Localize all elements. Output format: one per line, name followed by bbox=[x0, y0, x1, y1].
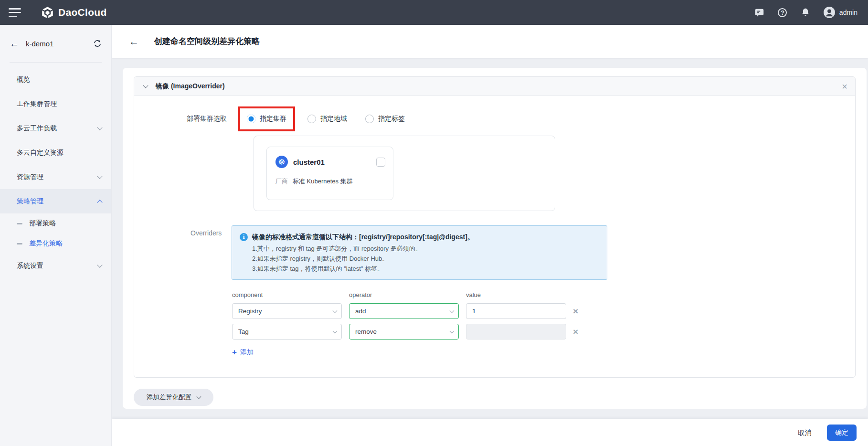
overriders-label: Overriders bbox=[191, 225, 220, 280]
vendor-label: 厂商 bbox=[275, 177, 288, 186]
username-label: admin bbox=[839, 9, 857, 16]
info-line: 2.如果未指定 registry，则默认使用 Docker Hub。 bbox=[252, 254, 598, 264]
info-line: 1.其中，registry 和 tag 是可选部分，而 repository 是… bbox=[252, 244, 598, 254]
sidebar-item-system-settings[interactable]: 系统设置 bbox=[0, 254, 111, 278]
value-input-disabled bbox=[466, 324, 566, 340]
cluster-context-name[interactable]: k-demo1 bbox=[26, 40, 53, 48]
form-panel: 镜像 (ImageOverrider) × 部署集群选取 指定集群 bbox=[123, 68, 867, 409]
sidebar-item-resource-mgmt[interactable]: 资源管理 bbox=[0, 165, 111, 189]
user-menu[interactable]: admin bbox=[823, 6, 857, 19]
cancel-button[interactable]: 取消 bbox=[795, 425, 815, 441]
chevron-down-icon bbox=[333, 329, 338, 333]
sidebar: ← k-demo1 概览 工作集群管理 多云工作负载 多云自定义资源 资源管理 … bbox=[0, 25, 112, 446]
switch-cluster-icon[interactable] bbox=[93, 39, 102, 48]
radio-unselected-icon[interactable] bbox=[365, 115, 374, 123]
table-row: Registry add × bbox=[232, 303, 855, 319]
value-input[interactable] bbox=[466, 303, 566, 319]
table-row: Tag remove × bbox=[232, 324, 855, 340]
chevron-down-icon bbox=[97, 173, 102, 179]
radio-specify-cluster[interactable]: 指定集群 bbox=[247, 115, 286, 123]
cluster-picker-box: ☸ cluster01 厂商 标准 Kubernetes 集群 bbox=[254, 136, 555, 211]
section-header: 镜像 (ImageOverrider) × bbox=[134, 77, 855, 96]
operator-select[interactable]: remove bbox=[349, 324, 459, 340]
chevron-down-icon bbox=[450, 308, 455, 313]
sidebar-item-policy-mgmt[interactable]: 策略管理 bbox=[0, 189, 111, 213]
sidebar-item-deploy-policy[interactable]: 部署策略 bbox=[0, 213, 111, 234]
section-close-icon[interactable]: × bbox=[842, 82, 847, 91]
notification-bell-icon[interactable] bbox=[800, 7, 811, 18]
section-title: 镜像 (ImageOverrider) bbox=[156, 82, 225, 91]
delete-row-icon[interactable]: × bbox=[573, 327, 578, 337]
hamburger-menu-icon[interactable] bbox=[9, 8, 21, 17]
help-icon[interactable]: ? bbox=[777, 7, 788, 18]
chevron-down-icon bbox=[450, 329, 455, 333]
column-header-value: value bbox=[466, 291, 566, 298]
radio-specify-region[interactable]: 指定地域 bbox=[307, 115, 347, 123]
chevron-down-icon bbox=[197, 394, 201, 399]
radio-unselected-icon[interactable] bbox=[307, 115, 316, 123]
image-format-info-box: i 镜像的标准格式通常遵循以下结构：[registry/]repository[… bbox=[232, 225, 607, 280]
info-icon: i bbox=[240, 233, 248, 241]
chevron-up-icon bbox=[97, 200, 102, 205]
message-icon[interactable] bbox=[754, 7, 765, 18]
column-header-component: component bbox=[232, 291, 342, 298]
info-title: 镜像的标准格式通常遵循以下结构：[registry/]repository[:t… bbox=[252, 232, 474, 242]
dash-icon bbox=[17, 243, 22, 244]
add-row-link[interactable]: + 添加 bbox=[232, 348, 254, 357]
info-line: 3.如果未指定 tag，将使用默认的 "latest" 标签。 bbox=[252, 264, 598, 274]
dash-icon bbox=[17, 223, 22, 224]
overrider-table: component operator value Registry bbox=[232, 291, 855, 340]
brand-name: DaoCloud bbox=[58, 7, 107, 18]
sidebar-item-multicloud-workloads[interactable]: 多云工作负载 bbox=[0, 116, 111, 140]
form-footer: 取消 确定 bbox=[112, 419, 868, 446]
cluster-name: cluster01 bbox=[293, 158, 325, 166]
add-override-config-button[interactable]: 添加差异化配置 bbox=[134, 389, 213, 406]
brand-logo[interactable]: DaoCloud bbox=[41, 6, 107, 19]
sidebar-item-multicloud-custom-resources[interactable]: 多云自定义资源 bbox=[0, 140, 111, 165]
component-select[interactable]: Registry bbox=[232, 303, 342, 319]
collapse-chevron-icon[interactable] bbox=[143, 83, 148, 88]
confirm-button[interactable]: 确定 bbox=[827, 425, 857, 441]
vendor-value: 标准 Kubernetes 集群 bbox=[293, 177, 353, 186]
page-back-arrow-icon[interactable]: ← bbox=[129, 36, 139, 47]
chevron-down-icon bbox=[333, 308, 338, 313]
column-header-operator: operator bbox=[349, 291, 459, 298]
chevron-down-icon bbox=[97, 125, 102, 130]
sidebar-item-overview[interactable]: 概览 bbox=[0, 67, 111, 92]
chevron-down-icon bbox=[97, 262, 102, 267]
cluster-checkbox[interactable] bbox=[376, 158, 385, 167]
cluster-select-row: 部署集群选取 指定集群 指定地域 bbox=[187, 106, 855, 131]
cluster-card[interactable]: ☸ cluster01 厂商 标准 Kubernetes 集群 bbox=[266, 147, 393, 200]
page-header: ← 创建命名空间级别差异化策略 bbox=[112, 25, 868, 58]
overriders-row: Overriders i 镜像的标准格式通常遵循以下结构：[registry/]… bbox=[191, 225, 855, 280]
top-navbar: DaoCloud ? admin bbox=[0, 0, 868, 25]
delete-row-icon[interactable]: × bbox=[573, 306, 578, 317]
component-select[interactable]: Tag bbox=[232, 324, 342, 340]
plus-icon: + bbox=[232, 348, 237, 357]
operator-select[interactable]: add bbox=[349, 303, 459, 319]
user-avatar-icon bbox=[823, 6, 836, 19]
cluster-select-label: 部署集群选取 bbox=[187, 115, 236, 123]
sidebar-item-work-cluster-mgmt[interactable]: 工作集群管理 bbox=[0, 92, 111, 116]
content-area: 镜像 (ImageOverrider) × 部署集群选取 指定集群 bbox=[112, 58, 868, 446]
red-annotation-box: 指定集群 bbox=[238, 106, 295, 131]
radio-selected-icon[interactable] bbox=[247, 115, 255, 123]
kubernetes-icon: ☸ bbox=[275, 156, 288, 168]
page-title: 创建命名空间级别差异化策略 bbox=[154, 36, 260, 47]
image-overrider-section: 镜像 (ImageOverrider) × 部署集群选取 指定集群 bbox=[134, 76, 856, 378]
daocloud-cube-icon bbox=[41, 6, 54, 19]
sidebar-item-override-policy[interactable]: 差异化策略 bbox=[0, 234, 111, 254]
sidebar-back-arrow-icon[interactable]: ← bbox=[10, 38, 19, 49]
radio-specify-label[interactable]: 指定标签 bbox=[365, 115, 405, 123]
